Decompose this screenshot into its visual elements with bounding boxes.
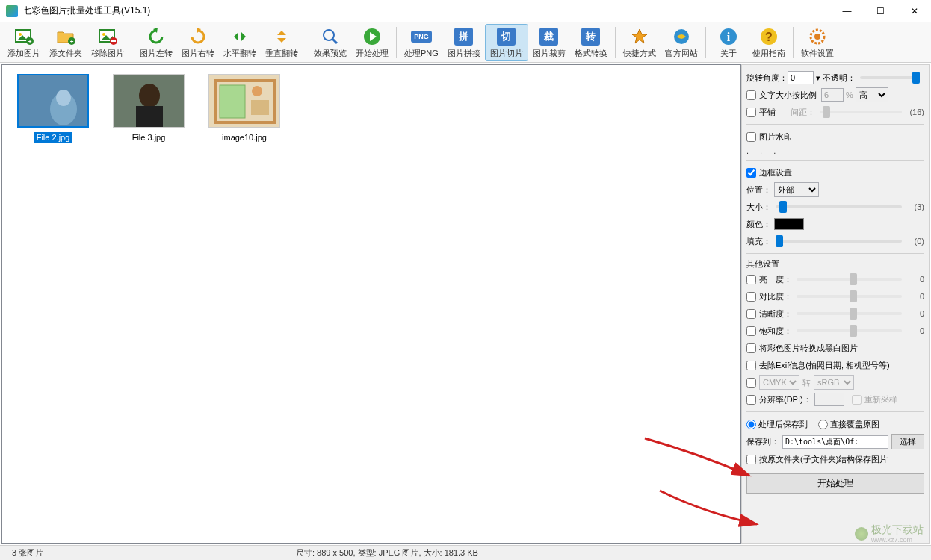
stitch-button[interactable]: 拼 图片拼接 — [443, 24, 485, 61]
add-folder-button[interactable]: + 添文件夹 — [45, 24, 87, 61]
brightness-label: 亮 度： — [759, 274, 792, 285]
preview-button[interactable]: 效果预览 — [309, 24, 351, 61]
border-label: 边框设置 — [759, 167, 792, 178]
flip-h-icon — [229, 26, 250, 47]
convert-label: 格式转换 — [575, 48, 607, 59]
website-button[interactable]: 官方网站 — [661, 24, 702, 61]
separator — [306, 27, 306, 58]
preview-label: 效果预览 — [314, 48, 347, 59]
flip-v-label: 垂直翻转 — [265, 48, 298, 59]
thumbnail-grid[interactable]: File 2.jpg File 3.jpg image10.jpg — [1, 64, 741, 544]
text-scale-select[interactable]: 高 — [856, 87, 888, 102]
thumbnail-item[interactable]: image10.jpg — [200, 71, 289, 146]
rotate-right-button[interactable]: 图片右转 — [177, 24, 219, 61]
overwrite-radio[interactable] — [818, 420, 828, 429]
contrast-checkbox[interactable] — [746, 292, 756, 302]
app-icon — [6, 5, 18, 17]
border-checkbox[interactable] — [746, 168, 756, 178]
separator — [132, 27, 132, 58]
tile-spacing-slider — [820, 111, 902, 113]
bw-label: 将彩色图片转换成黑白图片 — [759, 343, 858, 354]
rotate-right-label: 图片右转 — [182, 48, 214, 59]
start-process-button[interactable]: 开始处理 — [746, 473, 924, 494]
color-swatch[interactable] — [774, 218, 804, 230]
thumbnail-item[interactable]: File 2.jpg — [8, 71, 98, 146]
text-scale-checkbox[interactable] — [746, 90, 756, 100]
svg-text:i: i — [727, 31, 731, 43]
keep-structure-checkbox[interactable] — [746, 455, 756, 464]
separator — [396, 27, 397, 58]
stitch-badge-icon: 拼 — [454, 26, 474, 47]
fill-label: 填充： — [746, 236, 771, 247]
stitch-label: 图片拼接 — [448, 48, 480, 59]
srgb-select[interactable]: sRGB — [814, 375, 854, 390]
rotate-left-button[interactable]: 图片左转 — [135, 24, 177, 61]
position-select[interactable]: 外部 — [774, 182, 819, 197]
about-button[interactable]: i 关于 — [709, 24, 748, 61]
browse-button[interactable]: 选择 — [891, 434, 924, 449]
fill-slider[interactable] — [776, 240, 902, 243]
dpi-input[interactable] — [814, 393, 844, 406]
svg-rect-30 — [251, 100, 269, 115]
img-watermark-label: 图片水印 — [759, 131, 792, 143]
rotate-angle-input[interactable] — [788, 71, 814, 84]
thumbnail-label: image10.jpg — [220, 132, 269, 143]
flip-v-icon — [271, 26, 292, 47]
titlebar: 七彩色图片批量处理工具(V15.1) — ☐ ✕ — [0, 0, 931, 22]
cmyk-select[interactable]: CMYK — [759, 375, 799, 390]
content-area: File 2.jpg File 3.jpg image10.jpg 旋转角度： … — [0, 63, 931, 545]
close-button[interactable]: ✕ — [897, 0, 931, 22]
settings-button[interactable]: 软件设置 — [797, 24, 838, 61]
resample-label: 重新采样 — [864, 394, 897, 405]
info-icon: i — [718, 26, 739, 47]
shortcut-button[interactable]: 快捷方式 — [619, 24, 661, 61]
thumbnail-label: File 3.jpg — [130, 132, 168, 143]
opacity-label: 不透明： — [823, 72, 856, 84]
play-icon — [362, 26, 383, 47]
toolbar: + 添加图片 + 添文件夹 移除图片 图片左转 图片右转 水平翻转 垂直翻转 效… — [0, 22, 931, 63]
brightness-slider — [797, 278, 902, 281]
slice-button[interactable]: 切 图片切片 — [485, 24, 528, 61]
remove-image-button[interactable]: 移除图片 — [87, 24, 129, 61]
convert-button[interactable]: 转 格式转换 — [570, 24, 612, 61]
svg-rect-25 — [136, 106, 163, 128]
start-button[interactable]: 开始处理 — [351, 24, 393, 61]
guide-button[interactable]: ? 使用指南 — [748, 24, 790, 61]
dpi-checkbox[interactable] — [746, 395, 756, 405]
size-slider[interactable] — [776, 205, 902, 208]
resample-checkbox[interactable] — [852, 395, 862, 405]
ellipsis: . . . — [746, 146, 924, 155]
status-info: 尺寸: 889 x 500, 类型: JPEG 图片, 大小: 181.3 KB — [288, 547, 486, 559]
flip-h-button[interactable]: 水平翻转 — [219, 24, 261, 61]
img-watermark-checkbox[interactable] — [746, 132, 756, 142]
saturation-value: 0 — [906, 326, 924, 335]
opacity-slider[interactable] — [860, 76, 920, 79]
colorspace-checkbox[interactable] — [746, 378, 756, 388]
saturation-checkbox[interactable] — [746, 326, 756, 336]
thumbnail-item[interactable]: File 3.jpg — [104, 71, 194, 146]
flip-v-button[interactable]: 垂直翻转 — [261, 24, 303, 61]
exif-checkbox[interactable] — [746, 361, 756, 370]
crop-button[interactable]: 裁 图片裁剪 — [528, 24, 570, 61]
brightness-checkbox[interactable] — [746, 275, 756, 284]
convert-to-label: 转 — [802, 377, 811, 388]
slice-label: 图片切片 — [490, 48, 523, 59]
rotate-left-label: 图片左转 — [140, 48, 173, 59]
save-after-radio[interactable] — [746, 420, 756, 429]
add-image-button[interactable]: + 添加图片 — [3, 24, 45, 61]
text-scale-input[interactable] — [821, 88, 844, 102]
remove-image-icon — [97, 26, 118, 47]
sharpness-checkbox[interactable] — [746, 309, 756, 319]
size-value: (3) — [906, 202, 924, 211]
save-to-input[interactable] — [782, 435, 888, 449]
minimize-button[interactable]: — — [830, 0, 864, 22]
size-label: 大小： — [746, 202, 771, 213]
maximize-button[interactable]: ☐ — [864, 0, 897, 22]
shortcut-label: 快捷方式 — [623, 48, 656, 59]
tile-checkbox[interactable] — [746, 108, 756, 117]
process-png-button[interactable]: PNG 处理PNG — [400, 24, 443, 61]
overwrite-label: 直接覆盖原图 — [830, 419, 879, 430]
contrast-label: 对比度： — [759, 291, 792, 302]
dropdown-icon[interactable]: ▾ — [816, 73, 820, 83]
bw-checkbox[interactable] — [746, 343, 756, 353]
